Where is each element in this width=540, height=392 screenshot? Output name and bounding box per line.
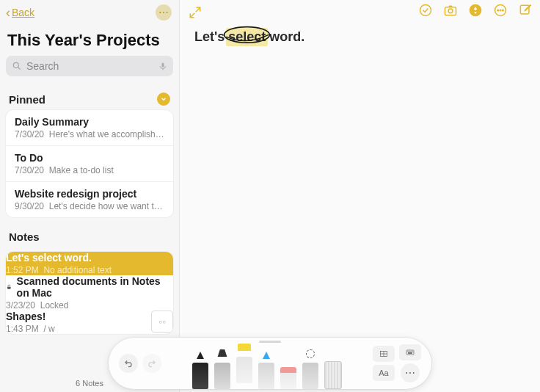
list-item[interactable]: Daily Summary 7/30/20 Here's what we acc… — [6, 110, 173, 146]
more-button[interactable] — [493, 3, 508, 18]
pinned-list: Daily Summary 7/30/20 Here's what we acc… — [6, 110, 173, 217]
pencil-tool[interactable] — [258, 354, 274, 389]
undo-redo-group — [119, 354, 161, 373]
ink-circle-icon — [222, 25, 271, 45]
note-title: Let's select word. — [6, 252, 173, 264]
svg-rect-21 — [406, 350, 414, 355]
note-title: Scanned documents in Notes on Mac — [6, 275, 173, 299]
drawing-toolbar[interactable]: Aa ⋯ — [109, 338, 431, 389]
table-insert-button[interactable] — [373, 346, 395, 362]
folder-title: This Year's Projects — [0, 23, 179, 56]
back-button[interactable]: ‹ Back — [6, 6, 34, 19]
note-thumbnail-icon: ◦◦ — [151, 311, 173, 333]
svg-rect-2 — [162, 63, 164, 68]
microphone-icon[interactable] — [158, 62, 167, 70]
svg-line-5 — [196, 7, 200, 12]
compose-button[interactable] — [518, 3, 533, 18]
highlighted-word[interactable]: select — [228, 29, 266, 45]
svg-point-25 — [412, 352, 413, 352]
marker-tool[interactable] — [214, 354, 230, 389]
search-input[interactable]: Search — [6, 56, 173, 76]
note-title: Shapes! — [6, 311, 151, 322]
svg-rect-26 — [409, 353, 412, 354]
editor-pane: Let's select word. — [180, 0, 540, 392]
svg-point-14 — [500, 10, 501, 11]
drawing-right-group: Aa ⋯ — [373, 344, 421, 382]
notes-app: ‹ Back ⋯ This Year's Projects Search Pin… — [0, 0, 540, 392]
search-icon — [12, 61, 22, 71]
svg-point-7 — [420, 5, 431, 16]
pen-tool[interactable] — [192, 354, 208, 389]
note-title: To Do — [15, 152, 164, 164]
highlighter-tool[interactable] — [236, 348, 252, 383]
editor-toolbar — [418, 3, 533, 18]
camera-button[interactable] — [443, 3, 458, 18]
notes-label: Notes — [9, 231, 40, 243]
list-item[interactable]: Scanned documents in Notes on Mac 3/23/2… — [6, 275, 173, 311]
sidebar: ‹ Back ⋯ This Year's Projects Search Pin… — [0, 0, 180, 392]
tool-picker — [166, 338, 368, 389]
svg-point-24 — [411, 352, 412, 352]
undo-button[interactable] — [119, 354, 138, 373]
markup-button[interactable] — [468, 3, 483, 18]
notes-list: Let's select word. 1:52 PM No additional… — [6, 252, 173, 334]
ellipsis-icon: ⋯ — [405, 367, 415, 379]
lock-icon — [6, 283, 12, 291]
back-label: Back — [12, 7, 34, 18]
svg-rect-16 — [520, 5, 529, 14]
folder-options-button[interactable]: ⋯ — [156, 4, 172, 21]
search-placeholder: Search — [26, 60, 59, 72]
pinned-section-header[interactable]: Pinned — [0, 82, 179, 110]
eraser-tool[interactable] — [280, 354, 296, 389]
svg-point-15 — [503, 10, 504, 11]
list-item[interactable]: ◦◦ Shapes! 1:43 PM / w — [6, 311, 173, 334]
ellipsis-icon: ⋯ — [158, 7, 169, 18]
svg-point-13 — [497, 10, 499, 11]
svg-point-22 — [408, 352, 409, 352]
note-title: Website redesign project — [15, 188, 164, 200]
svg-point-0 — [13, 62, 18, 68]
list-item[interactable]: To Do 7/30/20 Make a to-do list — [6, 146, 173, 182]
text-format-button[interactable]: Aa — [373, 365, 395, 381]
ruler-tool[interactable] — [324, 360, 342, 389]
checklist-button[interactable] — [418, 3, 433, 18]
svg-point-11 — [475, 12, 477, 14]
pinned-label: Pinned — [9, 93, 45, 106]
svg-point-9 — [448, 9, 453, 13]
list-item[interactable]: Website redesign project 9/30/20 Let's d… — [6, 182, 173, 217]
notes-section-header[interactable]: Notes — [0, 217, 179, 247]
lasso-tool[interactable] — [302, 354, 318, 389]
chevron-down-icon — [157, 92, 170, 106]
expand-button[interactable] — [189, 6, 202, 22]
svg-line-6 — [190, 13, 194, 18]
redo-button[interactable] — [142, 354, 161, 373]
list-item[interactable]: Let's select word. 1:52 PM No additional… — [6, 252, 173, 275]
toolbar-more-button[interactable]: ⋯ — [401, 363, 420, 382]
keyboard-button[interactable] — [399, 344, 421, 360]
chevron-left-icon: ‹ — [6, 6, 10, 19]
sidebar-top-bar: ‹ Back ⋯ — [0, 0, 179, 23]
svg-rect-4 — [7, 287, 10, 289]
svg-point-23 — [409, 352, 410, 352]
note-title: Daily Summary — [15, 116, 164, 128]
svg-line-1 — [18, 68, 21, 70]
